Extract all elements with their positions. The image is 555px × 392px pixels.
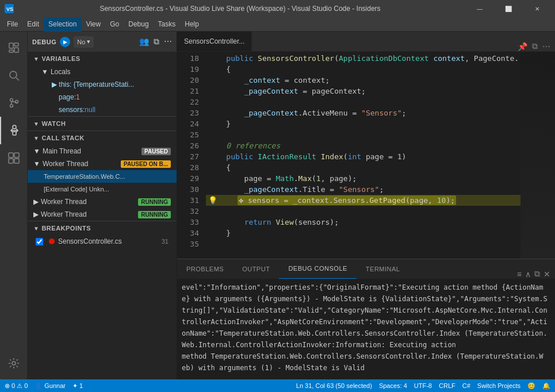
code-content[interactable]: public SensorsController(ApplicationDbCo…	[206, 52, 520, 259]
activity-debug[interactable]	[0, 117, 28, 144]
breakpoint-item[interactable]: SensorsController.cs 31	[28, 235, 177, 248]
console-line: method TemperatureStation.Web.Controller…	[182, 351, 550, 362]
code-line-18[interactable]: public SensorsController(ApplicationDbCo…	[206, 53, 520, 64]
worker-thread-1[interactable]: ▼ Worker Thread PAUSED ON B...	[28, 157, 177, 170]
console-line: onName":"TemperatureStation.Web.Controll…	[182, 328, 550, 339]
close-button[interactable]: ✕	[524, 0, 550, 17]
worker-thread-2[interactable]: ▶ Worker Thread RUNNING	[28, 195, 177, 208]
page-key: page:	[59, 93, 76, 101]
console-line: eb) with arguments (1) - ModelState is V…	[182, 362, 550, 374]
menu-file[interactable]: File	[2, 17, 22, 32]
code-line-33[interactable]: return View(sensors);	[206, 217, 520, 228]
svg-line-7	[16, 78, 19, 80]
sensors-variable[interactable]: sensors: null	[36, 103, 177, 116]
status-errors[interactable]: ⊗ 0 ⚠ 0	[5, 382, 28, 390]
locals-header[interactable]: ▼ Locals	[36, 66, 177, 78]
menu-debug[interactable]: Debug	[124, 17, 153, 32]
stack-frame-external-label: [External Code] Unkn...	[44, 186, 109, 193]
variables-header[interactable]: ▼ VARIABLES	[28, 52, 177, 66]
debug-icon-split[interactable]: ⧉	[154, 37, 159, 47]
code-line-35[interactable]	[206, 239, 520, 249]
menu-go[interactable]: Go	[105, 17, 124, 32]
code-line-22[interactable]	[206, 97, 520, 107]
menu-tasks[interactable]: Tasks	[154, 17, 181, 32]
main-thread-badge: PAUSED	[141, 148, 171, 155]
watch-header[interactable]: ▼ WATCH	[28, 117, 177, 130]
debug-continue-button[interactable]: ▶	[60, 37, 70, 47]
status-encoding[interactable]: UTF-8	[414, 382, 432, 389]
menu-selection[interactable]: Selection	[44, 17, 81, 32]
main-thread-chevron: ▼	[33, 147, 40, 155]
panel-icon-split[interactable]: ⧉	[534, 269, 540, 279]
panel-icon-list[interactable]: ≡	[517, 270, 522, 279]
menu-view[interactable]: View	[81, 17, 105, 32]
spaces-text: Spaces: 4	[379, 382, 407, 389]
activity-extensions[interactable]	[0, 144, 28, 172]
status-smiley[interactable]: 😊	[527, 382, 535, 390]
breakpoint-checkbox[interactable]	[36, 238, 43, 245]
code-line-32[interactable]	[206, 206, 520, 217]
copilot-count: 1	[79, 382, 83, 389]
panel-icon-up[interactable]: ∧	[525, 270, 531, 279]
callstack-header[interactable]: ▼ CALL STACK	[28, 131, 177, 145]
status-copilot[interactable]: ✦ 1	[72, 382, 83, 390]
status-bell[interactable]: 🔔	[542, 382, 550, 390]
menu-edit[interactable]: Edit	[22, 17, 44, 32]
panel-tab-debug-console[interactable]: DEBUG CONSOLE	[279, 259, 356, 279]
status-spaces[interactable]: Spaces: 4	[379, 382, 407, 389]
minimize-button[interactable]: —	[466, 0, 493, 17]
more-actions-icon[interactable]: ⋯	[542, 42, 550, 51]
panel-tab-output[interactable]: OUTPUT	[233, 259, 279, 279]
page-variable[interactable]: page: 1	[36, 91, 177, 103]
stack-frame-active[interactable]: TemperatureStation.Web.C...	[28, 170, 177, 183]
panel-tab-terminal[interactable]: TERMINAL	[357, 259, 409, 279]
panel-icon-close[interactable]: ✕	[543, 270, 550, 279]
split-editor-icon[interactable]: ⧉	[532, 41, 538, 51]
code-line-26[interactable]: 0 references	[206, 140, 520, 151]
this-variable[interactable]: ▶ this: {TemperatureStati...	[36, 78, 177, 91]
status-line-ending[interactable]: CRLF	[439, 382, 456, 389]
code-line-29[interactable]: page = Math.Max(1, page);	[206, 173, 520, 184]
status-language[interactable]: C#	[462, 382, 470, 389]
code-line-31[interactable]: ⬤💡 ✤ sensors = _context.Sensors.GetPaged…	[206, 195, 520, 206]
maximize-button[interactable]: ⬜	[495, 0, 522, 17]
tab-icons: 📌 ⧉ ⋯	[513, 41, 555, 51]
code-line-34[interactable]: }	[206, 228, 520, 239]
code-line-20[interactable]: _context = context;	[206, 75, 520, 86]
panel-tab-problems[interactable]: PROBLEMS	[177, 259, 233, 279]
status-switch-workspace[interactable]: Switch Projects	[477, 382, 520, 389]
activity-settings[interactable]	[0, 349, 28, 377]
code-line-19[interactable]: {	[206, 64, 520, 75]
status-user[interactable]: 👤 Gunnar	[35, 382, 66, 390]
worker-thread-3-label: ▶ Worker Thread	[33, 210, 87, 218]
pin-icon[interactable]: 📌	[518, 42, 527, 51]
warning-icon: ⚠	[17, 382, 22, 390]
debug-label: DEBUG	[32, 39, 56, 45]
menu-help[interactable]: Help	[180, 17, 204, 32]
worker-thread-3[interactable]: ▶ Worker Thread RUNNING	[28, 208, 177, 221]
code-line-23[interactable]: _pageContext.ActiveMenu = "Sensors";	[206, 107, 520, 118]
activity-git[interactable]	[0, 89, 28, 117]
code-line-25[interactable]	[206, 129, 520, 140]
status-position[interactable]: Ln 31, Col 63 (50 selected)	[296, 382, 372, 389]
code-line-28[interactable]: {	[206, 162, 520, 173]
code-line-21[interactable]: _pageContext = pageContext;	[206, 86, 520, 97]
code-line-30[interactable]: _pageContext.Title = "Sensors";	[206, 184, 520, 195]
activity-search[interactable]	[0, 62, 28, 89]
breakpoints-header[interactable]: ▼ BREAKPOINTS	[28, 221, 177, 235]
bottom-panel: PROBLEMS OUTPUT DEBUG CONSOLE TERMINAL ≡…	[177, 259, 555, 379]
editor-tab-active[interactable]: SensorsController...	[177, 32, 252, 51]
code-line-27[interactable]: public IActionResult Index(int page = 1)	[206, 151, 520, 162]
stack-frame-external[interactable]: [External Code] Unkn...	[28, 183, 177, 195]
console-line: trollerActionInvoker","AspNetCoreEnviron…	[182, 316, 550, 328]
debug-icon-liveshare[interactable]: 👥	[139, 37, 149, 47]
svg-point-6	[10, 71, 17, 78]
code-line-24[interactable]: }	[206, 118, 520, 129]
worker-thread-2-label: ▶ Worker Thread	[33, 198, 87, 206]
error-count: 0	[12, 382, 15, 389]
window-title: SensorsController.cs - Visual Studio Liv…	[18, 5, 462, 13]
debug-config[interactable]: No ▾	[74, 36, 94, 48]
activity-explorer[interactable]	[0, 34, 28, 62]
main-thread[interactable]: ▼ Main Thread PAUSED	[28, 145, 177, 157]
debug-icon-more[interactable]: ⋯	[164, 37, 172, 47]
